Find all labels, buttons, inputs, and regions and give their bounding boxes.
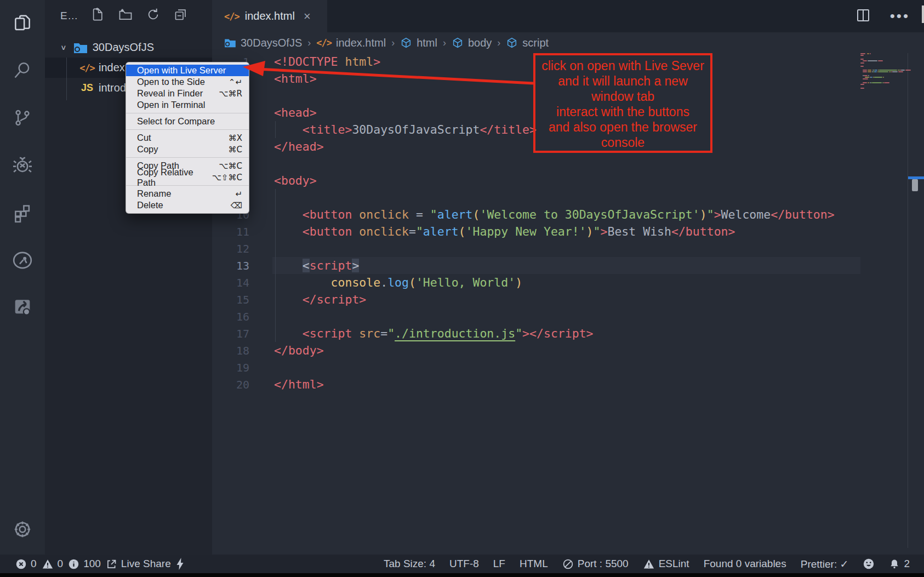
menu-item-open-with-live-server[interactable]: Open with Live Server xyxy=(126,65,249,76)
shortcut-hint: ⌥⌘C xyxy=(219,161,242,171)
status-notifications[interactable]: 2 xyxy=(889,558,910,570)
status-errors[interactable]: 0 xyxy=(15,558,37,570)
menu-item-copy[interactable]: Copy⌘C xyxy=(126,144,249,155)
tab-close-icon[interactable]: × xyxy=(304,10,311,22)
menu-item-copy-relative-path[interactable]: Copy Relative Path⌥⇧⌘C xyxy=(126,172,249,183)
annotation-text: and also open the browser xyxy=(535,119,710,135)
breadcrumb-separator: › xyxy=(443,37,446,49)
menu-item-delete[interactable]: Delete⌫ xyxy=(126,199,249,211)
source-control-icon[interactable] xyxy=(0,99,45,137)
minimap-line xyxy=(878,60,882,61)
explorer-title: E… xyxy=(60,10,78,22)
code-line-15: 15 </script> xyxy=(212,291,924,308)
more-actions-icon[interactable]: ••• xyxy=(890,8,910,25)
minimap-line xyxy=(892,71,897,72)
status-encoding[interactable]: UTF-8 xyxy=(449,558,479,570)
code-line-17: 17 <script src="./introduction.js"></scr… xyxy=(212,325,924,342)
breadcrumb-item-html[interactable]: html xyxy=(400,37,437,49)
status-warnings[interactable]: 0 xyxy=(42,558,64,570)
search-icon[interactable] xyxy=(0,51,45,89)
error-icon xyxy=(15,558,27,570)
menu-item-open-to-the-side[interactable]: Open to the Side⌃↵ xyxy=(126,76,249,88)
minimap-line xyxy=(860,88,864,89)
minimap-line xyxy=(860,53,865,54)
status-prettier[interactable]: Prettier: ✓ xyxy=(801,558,849,570)
line-number: 12 xyxy=(212,242,249,255)
shortcut-hint: ⌥⌘R xyxy=(219,89,242,99)
status-language-mode[interactable]: HTML xyxy=(520,558,548,570)
minimap-line xyxy=(885,82,889,83)
minimap-line xyxy=(868,60,878,61)
minimap-line xyxy=(868,71,871,72)
code-line-18: 18</body> xyxy=(212,342,924,359)
breadcrumb-item-body[interactable]: body xyxy=(452,37,492,49)
settings-gear-icon[interactable] xyxy=(0,510,45,549)
menu-item-open-in-terminal[interactable]: Open in Terminal xyxy=(126,99,249,111)
code-line-9: 9 xyxy=(212,189,924,206)
folder-root-row[interactable]: ∨ 30DaysOfJS xyxy=(45,37,212,58)
code-line-12: 12 xyxy=(212,240,924,257)
indent-guide xyxy=(275,189,276,342)
live-share-icon[interactable] xyxy=(0,241,45,279)
collapse-all-icon[interactable] xyxy=(173,7,188,25)
breadcrumb-item-script[interactable]: script xyxy=(506,37,549,49)
minimap-line xyxy=(875,70,877,71)
status-bolt[interactable] xyxy=(176,557,184,570)
shortcut-hint: ↵ xyxy=(235,189,242,199)
minimap[interactable] xyxy=(860,53,907,108)
menu-item-select-for-compare[interactable]: Select for Compare xyxy=(126,116,249,127)
share-session-icon[interactable] xyxy=(0,287,45,325)
warn2-icon xyxy=(643,558,655,570)
minimap-line xyxy=(901,70,905,71)
shortcut-hint: ⌘C xyxy=(229,145,242,155)
run-debug-icon[interactable] xyxy=(0,146,45,185)
annotation-text: console xyxy=(535,135,710,150)
menu-item-cut[interactable]: Cut⌘X xyxy=(126,132,249,144)
editor-scrollbar-thumb[interactable] xyxy=(912,179,918,191)
breadcrumb: 30DaysOfJS›</>index.html›html›body›scrip… xyxy=(212,32,924,53)
chevron-down-icon: ∨ xyxy=(60,43,67,52)
code-line-8: 8<body> xyxy=(212,172,924,189)
port-icon xyxy=(562,558,574,570)
menu-item-rename[interactable]: Rename↵ xyxy=(126,188,249,199)
breadcrumb-item-30DaysOfJS[interactable]: 30DaysOfJS xyxy=(224,37,302,49)
minimap-line xyxy=(860,59,864,60)
share-icon xyxy=(106,558,117,570)
tab-index-html[interactable]: </> index.html × xyxy=(212,0,327,32)
minimap-line xyxy=(870,53,871,54)
status-variables[interactable]: Found 0 variables xyxy=(704,558,786,570)
explorer-icon[interactable] xyxy=(0,4,45,43)
status-port[interactable]: Port : 5500 xyxy=(562,558,629,570)
menu-item-reveal-in-finder[interactable]: Reveal in Finder⌥⌘R xyxy=(126,88,249,99)
status-tab-size[interactable]: Tab Size: 4 xyxy=(384,558,435,570)
html-file-icon: </> xyxy=(224,11,239,22)
breadcrumb-separator: › xyxy=(497,37,500,49)
minimap-line xyxy=(879,70,897,71)
status-eol[interactable]: LF xyxy=(493,558,505,570)
cube-icon xyxy=(400,37,412,49)
js-file-icon: JS xyxy=(79,82,95,94)
annotation-text: click on open with Live Sever xyxy=(535,58,710,73)
overview-ruler-border xyxy=(908,53,908,548)
minimap-line xyxy=(863,82,866,83)
status-infos[interactable]: 100 xyxy=(68,558,101,570)
new-file-icon[interactable] xyxy=(90,7,105,25)
minimap-line xyxy=(874,77,882,78)
status-feedback[interactable] xyxy=(863,558,875,570)
status-eslint[interactable]: ESLint xyxy=(643,558,689,570)
minimap-line xyxy=(872,82,882,83)
minimap-line xyxy=(868,75,869,76)
new-folder-icon[interactable] xyxy=(118,7,133,25)
window-scrollbar-sliver xyxy=(922,5,924,23)
minimap-line xyxy=(874,71,877,72)
minimap-line xyxy=(898,71,903,72)
status-live-share[interactable]: Live Share xyxy=(106,558,171,570)
breadcrumb-item-index.html[interactable]: </>index.html xyxy=(316,37,386,49)
split-editor-icon[interactable] xyxy=(855,7,871,26)
refresh-icon[interactable] xyxy=(146,7,161,25)
extensions-icon[interactable] xyxy=(0,194,45,232)
annotation-text: and it will launch a new xyxy=(535,73,710,89)
line-number: 15 xyxy=(212,293,249,306)
shortcut-hint: ⌫ xyxy=(231,201,242,210)
shortcut-hint: ⌘X xyxy=(229,133,242,143)
